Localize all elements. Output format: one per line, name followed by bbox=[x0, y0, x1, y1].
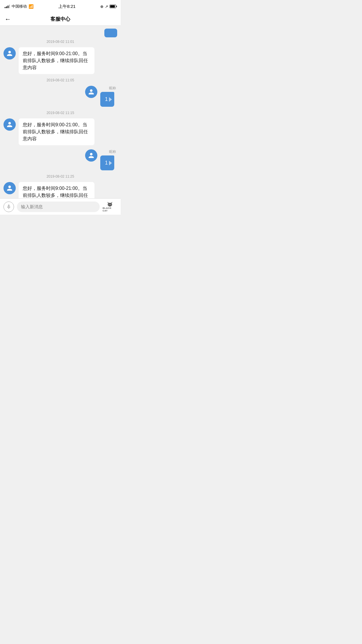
message-col-right-1: 昵称 1 bbox=[97, 86, 117, 107]
mic-icon bbox=[6, 204, 11, 209]
avatar-right-2 bbox=[85, 149, 97, 162]
status-time: 上午8:21 bbox=[58, 4, 75, 9]
svg-point-0 bbox=[108, 203, 112, 206]
person-icon bbox=[6, 50, 13, 57]
timestamp-3: 2019-08-02 11:15 bbox=[3, 111, 117, 115]
timestamp-1: 2019-08-02 11:01 bbox=[3, 40, 117, 44]
message-bubble-right-2: 1 bbox=[100, 155, 114, 170]
message-col-right-2: 昵称 1 bbox=[97, 149, 117, 170]
message-bubble-left-1: 您好，服务时间9:00-21:00。当前排队人数较多，继续排队回任意内容 bbox=[19, 47, 94, 74]
svg-point-5 bbox=[109, 204, 109, 205]
timestamp-4: 2019-08-02 11:25 bbox=[3, 174, 117, 178]
person-icon-right-1 bbox=[88, 89, 94, 95]
mic-button[interactable] bbox=[3, 202, 14, 212]
message-row-left-1: 您好，服务时间9:00-21:00。当前排队人数较多，继续排队回任意内容 bbox=[3, 47, 117, 74]
message-row-right-2: 昵称 1 bbox=[3, 149, 117, 170]
page-title: 客服中心 bbox=[50, 16, 70, 22]
message-bubble-right-1: 1 bbox=[100, 92, 114, 107]
nav-bar: ← 客服中心 bbox=[0, 13, 121, 26]
battery-icon bbox=[110, 5, 116, 8]
black-cat-logo: BLACK CAT bbox=[103, 202, 117, 212]
person-icon-left-3 bbox=[6, 185, 13, 191]
input-bar: BLACK CAT bbox=[0, 198, 121, 215]
back-button[interactable]: ← bbox=[5, 16, 11, 22]
wifi-icon: 📶 bbox=[29, 4, 34, 9]
message-bubble-left-2: 您好，服务时间9:00-21:00。当前排队人数较多，继续排队回任意内容 bbox=[19, 118, 94, 145]
black-cat-text: BLACK CAT bbox=[103, 207, 117, 212]
person-icon-left-2 bbox=[6, 121, 13, 128]
message-input[interactable] bbox=[17, 202, 100, 212]
bubble-arrow-1 bbox=[109, 97, 112, 102]
partial-bubble bbox=[104, 29, 117, 37]
nickname-2: 昵称 bbox=[109, 149, 116, 154]
partial-bubble-row bbox=[3, 29, 117, 37]
status-left: 中国移动 📶 bbox=[5, 4, 34, 9]
message-row-left-2: 您好，服务时间9:00-21:00。当前排队人数较多，继续排队回任意内容 bbox=[3, 118, 117, 145]
avatar-left-2 bbox=[3, 118, 16, 131]
timestamp-2: 2019-08-02 11:05 bbox=[3, 78, 117, 82]
signal-icon bbox=[5, 5, 10, 8]
status-bar: 中国移动 📶 上午8:21 ⊕ ↗ bbox=[0, 0, 121, 13]
avatar-left-1 bbox=[3, 47, 16, 60]
nickname-1: 昵称 bbox=[109, 86, 116, 91]
gps-icon: ↗ bbox=[105, 4, 108, 9]
person-icon-right-2 bbox=[88, 152, 94, 159]
location-icon: ⊕ bbox=[100, 4, 103, 9]
black-cat-icon bbox=[103, 202, 116, 207]
message-bubble-left-3: 您好，服务时间9:00-21:00。当前排队人数较多，继续排队回任意内容 bbox=[19, 182, 94, 198]
chat-area: 2019-08-02 11:01 您好，服务时间9:00-21:00。当前排队人… bbox=[0, 26, 121, 198]
message-row-right-1: 昵称 1 bbox=[3, 86, 117, 107]
bubble-arrow-2 bbox=[109, 161, 112, 165]
avatar-right-1 bbox=[85, 86, 97, 98]
message-row-left-3: 您好，服务时间9:00-21:00。当前排队人数较多，继续排队回任意内容 bbox=[3, 182, 117, 198]
svg-point-6 bbox=[110, 204, 111, 205]
status-right: ⊕ ↗ bbox=[100, 4, 116, 9]
carrier-label: 中国移动 bbox=[12, 4, 27, 9]
avatar-left-3 bbox=[3, 182, 16, 194]
